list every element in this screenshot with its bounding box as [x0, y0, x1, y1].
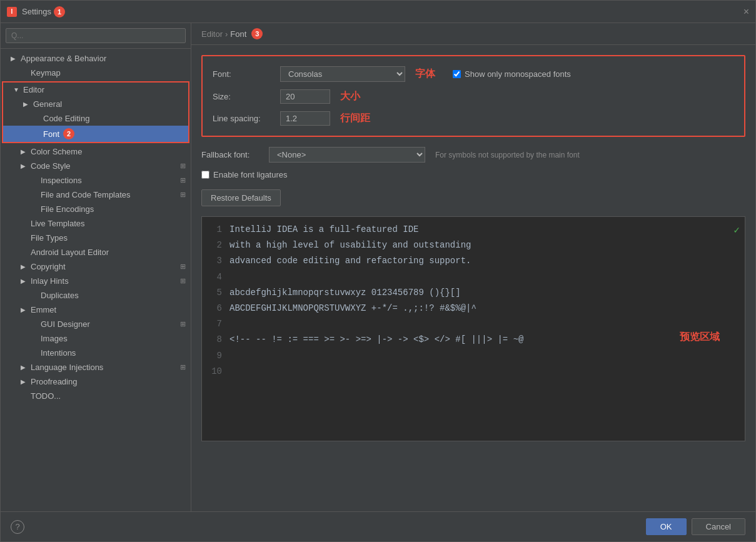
sidebar-item-language-injections[interactable]: ▶ Language Injections ⊞ — [1, 360, 191, 374]
sidebar-item-live-templates[interactable]: Live Templates — [1, 216, 191, 231]
sidebar-item-label: Keymap — [31, 68, 61, 78]
line-content: advanced code editing and refactoring su… — [229, 253, 471, 269]
main-content: Editor › Font 3 Font: Consolas 字体 — [191, 23, 755, 511]
font-select[interactable]: Consolas — [280, 66, 405, 82]
arrow-icon: ▶ — [21, 263, 31, 270]
sidebar-item-label: General — [33, 99, 62, 109]
line-content — [229, 364, 234, 379]
size-label: Size: — [213, 92, 275, 101]
line-number: 5 — [209, 285, 222, 301]
sidebar-item-label: Copyright — [31, 262, 66, 271]
preview-line-3: 3 advanced code editing and refactoring … — [209, 253, 737, 269]
badge-3: 3 — [251, 28, 263, 39]
footer-left: ? — [11, 520, 24, 534]
font-row: Font: Consolas 字体 Show only monospaced f… — [213, 66, 734, 82]
sidebar-item-intentions[interactable]: Intentions — [1, 346, 191, 360]
sidebar-item-emmet[interactable]: ▶ Emmet — [1, 303, 191, 317]
size-input[interactable] — [280, 89, 330, 104]
preview-line-10: 10 — [209, 364, 737, 379]
preview-annotation: 预览区域 — [680, 329, 720, 347]
close-button[interactable]: × — [743, 6, 749, 18]
sidebar-item-font[interactable]: Font 2 — [3, 126, 188, 142]
sidebar-item-file-encodings[interactable]: File Encodings — [1, 202, 191, 216]
size-annotation: 大小 — [340, 90, 360, 103]
preview-line-4: 4 — [209, 269, 737, 285]
line-spacing-annotation: 行间距 — [340, 112, 370, 125]
page-icon: ⊞ — [180, 191, 186, 199]
sidebar-item-label: Proofreading — [31, 377, 77, 386]
page-icon: ⊞ — [180, 363, 186, 371]
help-button[interactable]: ? — [11, 520, 24, 534]
sidebar-item-label: Emmet — [31, 305, 56, 314]
badge-1: 1 — [54, 6, 65, 18]
cancel-button[interactable]: Cancel — [692, 518, 745, 535]
dialog-footer: ? OK Cancel — [1, 511, 755, 541]
sidebar-item-label: Code Editing — [43, 114, 89, 123]
fallback-font-row: Fallback font: <None> For symbols not su… — [201, 147, 745, 163]
line-content: abcdefghijklmnopqrstuvwxyz 0123456789 ()… — [229, 285, 461, 301]
line-number: 1 — [209, 222, 222, 238]
line-number: 6 — [209, 301, 222, 316]
line-spacing-input[interactable] — [280, 111, 330, 126]
line-spacing-label: Line spacing: — [213, 114, 275, 123]
preview-line-1: 1 IntelliJ IDEA is a full-featured IDE — [209, 222, 737, 238]
sidebar-item-proofreading[interactable]: ▶ Proofreading — [1, 374, 191, 389]
sidebar-item-keymap[interactable]: Keymap — [1, 66, 191, 80]
line-content: ABCDEFGHIJKLMNOPQRSTUVWXYZ +-*/= .,;:!? … — [229, 301, 476, 316]
sidebar-item-inlay-hints[interactable]: ▶ Inlay Hints ⊞ — [1, 274, 191, 288]
sidebar-item-label: Appearance & Behavior — [21, 54, 106, 63]
sidebar-item-code-style[interactable]: ▶ Code Style ⊞ — [1, 159, 191, 173]
show-monospaced-checkbox[interactable] — [453, 70, 461, 78]
sidebar-item-images[interactable]: Images — [1, 331, 191, 346]
sidebar-item-label: Live Templates — [31, 219, 84, 228]
app-icon: I — [7, 7, 17, 17]
sidebar-item-label: Inlay Hints — [31, 276, 69, 286]
preview-line-2: 2 with a high level of usability and out… — [209, 238, 737, 253]
page-icon: ⊞ — [180, 176, 186, 184]
monospaced-checkbox-row: Show only monospaced fonts — [453, 69, 571, 79]
sidebar-item-file-code-templates[interactable]: File and Code Templates ⊞ — [1, 188, 191, 202]
sidebar-item-general[interactable]: ▶ General — [3, 97, 188, 111]
sidebar-item-color-scheme[interactable]: ▶ Color Scheme — [1, 144, 191, 159]
dialog-title: Settings — [22, 7, 51, 16]
settings-dialog: I Settings 1 × ▶ Appearance & Behavior K… — [0, 0, 756, 542]
sidebar-item-gui-designer[interactable]: GUI Designer ⊞ — [1, 317, 191, 331]
line-content — [229, 348, 234, 364]
sidebar-item-label: GUI Designer — [41, 319, 90, 329]
sidebar-item-label: Editor — [23, 85, 44, 94]
preview-line-8: 8 <!-- -- != := === >= >- >=> |-> -> <$>… — [209, 332, 737, 348]
sidebar-tree: ▶ Appearance & Behavior Keymap ▼ Editor — [1, 49, 191, 511]
sidebar-item-code-editing[interactable]: Code Editing — [3, 111, 188, 126]
font-label: Font: — [213, 69, 275, 79]
page-icon: ⊞ — [180, 162, 186, 170]
preview-line-9: 9 — [209, 348, 737, 364]
badge-2: 2 — [63, 128, 74, 139]
restore-defaults-button[interactable]: Restore Defaults — [201, 189, 281, 206]
preview-line-5: 5 abcdefghijklmnopqrstuvwxyz 0123456789 … — [209, 285, 737, 301]
sidebar-item-label: Code Style — [31, 161, 71, 171]
sidebar-item-todo[interactable]: TODO... — [1, 389, 191, 403]
ok-button[interactable]: OK — [646, 518, 687, 535]
search-input[interactable] — [6, 28, 186, 43]
settings-panel: Font: Consolas 字体 Show only monospaced f… — [191, 45, 755, 511]
sidebar-item-copyright[interactable]: ▶ Copyright ⊞ — [1, 259, 191, 274]
sidebar-item-inspections[interactable]: Inspections ⊞ — [1, 173, 191, 188]
preview-line-6: 6 ABCDEFGHIJKLMNOPQRSTUVWXYZ +-*/= .,;:!… — [209, 301, 737, 316]
arrow-icon: ▶ — [21, 278, 31, 284]
sidebar-item-android-layout-editor[interactable]: Android Layout Editor — [1, 245, 191, 259]
ligatures-checkbox[interactable] — [201, 171, 209, 179]
fallback-hint: For symbols not supported by the main fo… — [435, 151, 580, 159]
sidebar-item-duplicates[interactable]: Duplicates — [1, 288, 191, 303]
page-icon: ⊞ — [180, 277, 186, 285]
arrow-icon: ▶ — [21, 163, 31, 169]
sidebar-item-editor[interactable]: ▼ Editor — [3, 83, 188, 97]
sidebar-item-label: Language Injections — [31, 363, 103, 372]
sidebar-item-label: TODO... — [31, 391, 61, 401]
sidebar-item-file-types[interactable]: File Types — [1, 231, 191, 245]
arrow-icon: ▶ — [11, 55, 21, 62]
fallback-select[interactable]: <None> — [269, 147, 425, 163]
breadcrumb-editor: Editor — [201, 29, 223, 39]
sidebar-item-label: Intentions — [41, 348, 76, 358]
sidebar-item-appearance[interactable]: ▶ Appearance & Behavior — [1, 51, 191, 66]
line-content — [229, 269, 234, 285]
